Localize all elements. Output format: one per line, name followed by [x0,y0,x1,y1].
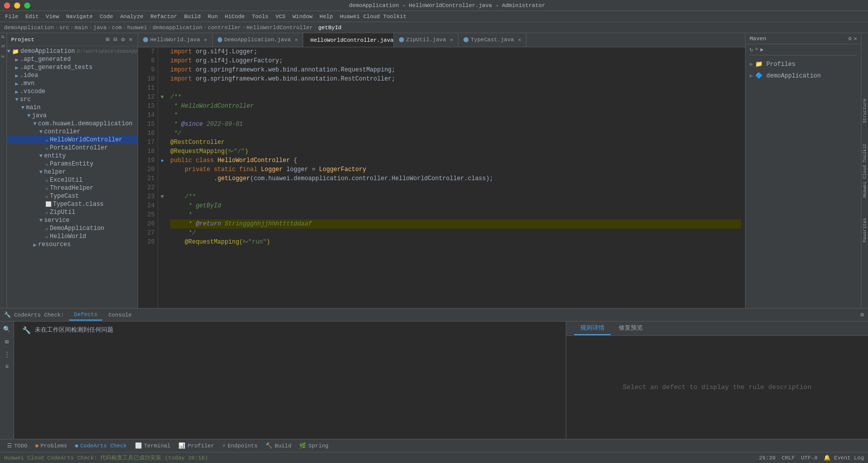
tree-item-typecast-class[interactable]: ⬜ TypeCast.class [7,200,138,208]
menu-navigate[interactable]: Navigate [63,13,96,21]
defects-sort-icon[interactable]: ⋮ [4,351,10,358]
status-event-log[interactable]: 🔔 Event Log [824,454,864,461]
tab-helloworld[interactable]: HelloWorld.java ✕ [138,33,213,47]
menu-hicode[interactable]: HiCode [222,13,248,21]
toolbar-codearts[interactable]: CodeArts Check [72,442,129,450]
tab-close-typecast[interactable]: ✕ [518,37,521,43]
tree-item-demoapplication[interactable]: ☕ DemoApplication [7,224,138,233]
tree-item-resources[interactable]: ▶ resources [7,241,138,249]
tab-demoapplication[interactable]: DemoApplication.java ✕ [213,33,303,47]
tree-item-apt[interactable]: ▶ .apt_generated [7,55,138,63]
menu-edit[interactable]: Edit [22,13,41,21]
structure-label[interactable]: Structure [862,99,867,123]
tree-item-idea[interactable]: ▶ .idea [7,71,138,80]
tree-item-excelutil[interactable]: ☕ ExcelUtil [7,176,138,184]
project-strip-label[interactable]: P [1,35,6,38]
tree-item-controller[interactable]: ▼ controller [7,128,138,136]
tree-item-entity[interactable]: ▼ entity [7,152,138,160]
panel-settings-icon[interactable]: ⚙ [120,35,126,44]
breadcrumb-getbyid[interactable]: getById [318,25,342,31]
tree-item-java[interactable]: ▼ java [7,112,138,120]
breadcrumb-controller[interactable]: controller [208,25,241,31]
tab-close-ziputil[interactable]: ✕ [450,37,453,43]
tree-item-com-huawei[interactable]: ▼ com.huawei.demoapplication [7,120,138,128]
tree-item-helper[interactable]: ▼ helper [7,168,138,176]
breadcrumb-demoapplication[interactable]: demoApplication [4,25,54,31]
status-line-ending[interactable]: CRLF [782,455,795,461]
toolbar-problems[interactable]: Problems [32,442,70,450]
tree-item-src[interactable]: ▼ src [7,96,138,104]
defects-align-icon[interactable]: ≡ [5,363,9,370]
tree-item-apt-tests[interactable]: ▶ .apt_generated_tests [7,63,138,71]
huawei-cloud-label[interactable]: Huawei Cloud Toolkit [862,143,867,198]
favorites-strip-label[interactable]: F [1,55,6,57]
tree-item-service[interactable]: ▼ service [7,216,138,224]
defects-filter-icon[interactable]: ⊞ [5,338,9,346]
maximize-button[interactable] [24,3,30,9]
toolbar-build[interactable]: 🔨 Build [262,441,294,450]
tree-item-vscode[interactable]: ▶ .vscode [7,88,138,96]
tree-item-ziputil[interactable]: ☕ ZipUtil [7,208,138,216]
panel-expand-icon[interactable]: ⊞ [105,35,110,44]
tab-close-helloworld[interactable]: ✕ [204,37,207,43]
breadcrumb-main[interactable]: main [75,25,88,31]
maven-item-demoapplication[interactable]: ▶ 🔷 demoApplication [750,71,857,81]
tab-typecast[interactable]: TypeCast.java ✕ [458,33,526,47]
tab-ziputil[interactable]: ZipUtil.java ✕ [394,33,458,47]
tree-item-main[interactable]: ▼ main [7,104,138,112]
status-encoding[interactable]: UTF-8 [801,455,818,461]
menu-window[interactable]: Window [290,13,316,21]
close-button[interactable] [4,3,10,9]
breadcrumb-helloworldcontroller[interactable]: HelloWorldController [246,25,313,31]
maven-add-icon[interactable]: + [755,46,759,53]
breadcrumb-demoapplication2[interactable]: demoapplication [153,25,203,31]
fold-icon-12[interactable]: ▼ [161,94,164,100]
maven-item-profiles[interactable]: ▶ 📁 Profiles [750,59,857,69]
breadcrumb-java[interactable]: java [93,25,106,31]
maven-settings-icon[interactable]: ⚙ [848,35,852,42]
rule-desc-tab-detail[interactable]: 规则详情 [574,322,611,335]
maven-refresh-icon[interactable]: ↻ [750,46,753,53]
menu-build[interactable]: Build [181,13,204,21]
favorites-label[interactable]: Favorites [862,218,867,243]
maven-run-icon[interactable]: ▶ [760,46,764,53]
tab-helloworldcontroller[interactable]: HelloWorldController.java ✕ [303,33,394,47]
tree-item-helloworldcontroller[interactable]: ☕ HelloWorldController [7,136,138,144]
bottom-tab-defects[interactable]: Defects [69,310,102,321]
menu-file[interactable]: File [2,13,21,21]
menu-run[interactable]: Run [205,13,221,21]
toolbar-todo[interactable]: ☰ TODO [4,441,30,450]
toolbar-terminal[interactable]: ⬜ Terminal [132,441,174,450]
status-cursor[interactable]: 26:39 [759,455,776,461]
toolbar-endpoints[interactable]: ⚡ Endpoints [219,441,260,450]
toolbar-spring[interactable]: 🌿 Spring [296,441,331,450]
defects-scan-icon[interactable]: 🔍 [3,326,11,333]
breadcrumb-huawei[interactable]: huawei [127,25,148,31]
breadcrumb-com[interactable]: com [112,25,122,31]
tree-item-typecast[interactable]: ☕ TypeCast [7,192,138,200]
panel-collapse-icon[interactable]: ⊟ [112,35,118,44]
structure-strip-label[interactable]: S [1,45,6,47]
bottom-panel-settings-icon[interactable]: ⚙ [860,311,864,319]
tree-item-root[interactable]: ▼ 📁 demoApplication D:\workspace\demoApp… [7,47,138,55]
bottom-tab-console[interactable]: Console [103,310,137,320]
menu-huawei-cloud[interactable]: Huawei Cloud Toolkit [337,13,410,21]
breadcrumb-src[interactable]: src [59,25,70,31]
tree-item-threadhelper[interactable]: ☕ ThreadHelper [7,184,138,192]
menu-analyze[interactable]: Analyze [117,13,146,21]
maven-close-icon[interactable]: ✕ [853,35,857,42]
minimize-button[interactable] [14,3,20,9]
tree-item-portalcontroller[interactable]: ☕ PortalController [7,144,138,152]
menu-vcs[interactable]: VCS [273,13,289,21]
tree-item-mvn[interactable]: ▶ .mvn [7,80,138,88]
fold-icon-23[interactable]: ▼ [161,194,164,200]
code-content[interactable]: import org.slf4j.Logger; import org.slf4… [166,47,745,308]
menu-view[interactable]: View [43,13,62,21]
panel-close-icon[interactable]: ✕ [128,35,133,44]
tab-close-demoapplication[interactable]: ✕ [295,37,298,43]
tree-item-paramsentity[interactable]: ☕ ParamsEntity [7,160,138,168]
toolbar-profiler[interactable]: 📊 Profiler [175,441,217,450]
menu-code[interactable]: Code [97,13,116,21]
menu-help[interactable]: Help [316,13,336,21]
window-controls[interactable] [4,3,30,9]
